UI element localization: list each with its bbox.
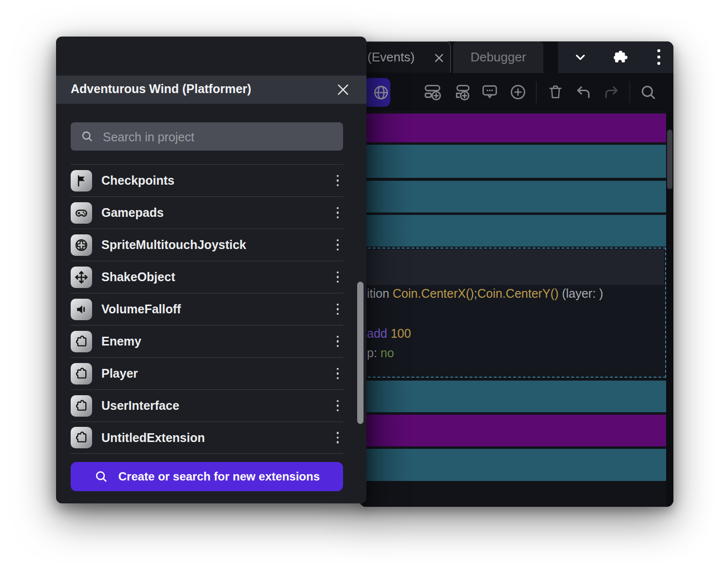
add-event-button[interactable] [423, 82, 442, 102]
project-search [71, 122, 343, 151]
search-input[interactable] [102, 122, 338, 152]
code-text: p: [367, 346, 381, 360]
screen: (Events) Debugger [0, 0, 728, 576]
puzzle-icon [71, 331, 92, 352]
search-icon [94, 469, 109, 484]
delete-button[interactable] [546, 82, 565, 102]
item-menu-button[interactable] [330, 428, 345, 447]
close-icon [336, 83, 350, 96]
redo-icon [602, 83, 621, 101]
tab-bar: (Events) Debugger [359, 41, 673, 73]
list-item-label: UntitledExtension [101, 431, 330, 445]
event-row[interactable] [363, 449, 666, 481]
extensions-list: Checkpoints Gamepads SpriteMultitouchJoy… [71, 164, 343, 454]
search-events-button[interactable] [638, 82, 658, 102]
event-row[interactable] [363, 381, 666, 412]
event-action-line[interactable]: add 100 [367, 326, 411, 341]
list-item-enemy[interactable]: Enemy [71, 325, 343, 357]
list-item-gamepads[interactable]: Gamepads [71, 196, 343, 229]
search-icon [80, 130, 94, 145]
item-menu-button[interactable] [330, 396, 345, 416]
add-subevent-button[interactable] [452, 82, 472, 102]
event-row[interactable] [363, 215, 666, 247]
list-item-label: Checkpoints [101, 173, 330, 188]
dialog-close-button[interactable] [334, 81, 352, 98]
tab-events-label: (Events) [367, 50, 415, 65]
puzzle-icon [611, 49, 628, 65]
close-icon [435, 54, 443, 62]
flag-icon [71, 170, 92, 192]
extensions-button[interactable] [609, 47, 630, 67]
item-menu-button[interactable] [330, 364, 345, 384]
window-menu-button[interactable] [648, 47, 670, 67]
add-subevent-icon [452, 82, 472, 102]
trash-icon [547, 83, 564, 101]
item-menu-button[interactable] [330, 235, 345, 255]
editor-window: (Events) Debugger [359, 41, 673, 507]
speaker-icon [71, 299, 92, 320]
globe-icon [372, 84, 390, 101]
project-title: Adventurous Wind (Platformer) [71, 82, 251, 96]
list-item-label: SpriteMultitouchJoystick [101, 238, 330, 252]
search-icon [639, 83, 657, 101]
plus-circle-icon [509, 83, 527, 101]
add-event-icon [423, 82, 442, 102]
code-number: 100 [391, 326, 411, 340]
event-action-line[interactable]: ition Coin.CenterX();Coin.CenterY() (lay… [367, 287, 603, 301]
events-scrollbar-thumb[interactable] [667, 130, 672, 189]
tab-debugger[interactable]: Debugger [453, 41, 543, 73]
event-row[interactable] [363, 181, 666, 212]
event-condition-area[interactable] [365, 250, 664, 285]
code-keyword: add [367, 326, 391, 340]
list-item-untitled-extension[interactable]: UntitledExtension [71, 422, 343, 454]
event-action-line[interactable]: p: no [367, 346, 394, 360]
list-item-sprite-multitouch-joystick[interactable]: SpriteMultitouchJoystick [71, 229, 343, 261]
collapse-tabs-button[interactable] [570, 47, 591, 67]
kebab-menu-icon [656, 48, 661, 66]
event-row[interactable] [363, 415, 666, 446]
dialog-header: Adventurous Wind (Platformer) [56, 76, 366, 104]
puzzle-icon [71, 363, 92, 384]
list-item-player[interactable]: Player [71, 357, 343, 389]
list-item-user-interface[interactable]: UserInterface [71, 389, 343, 422]
list-item-label: UserInterface [101, 399, 330, 413]
item-menu-button[interactable] [330, 171, 345, 191]
project-manager-dialog: Adventurous Wind (Platformer) Checkpoint… [56, 37, 366, 503]
add-comment-button[interactable] [480, 82, 499, 102]
code-value: no [381, 346, 394, 360]
puzzle-icon [71, 395, 92, 417]
list-item-label: ShakeObject [101, 270, 330, 284]
code-expression: Coin.CenterX() [393, 287, 474, 300]
comment-icon [480, 83, 499, 101]
toolbar-active-toggle[interactable] [364, 78, 390, 107]
toolbar-divider [536, 81, 536, 103]
tab-events[interactable]: (Events) [359, 41, 451, 73]
list-item-shake-object[interactable]: ShakeObject [71, 261, 343, 293]
event-row[interactable] [363, 145, 666, 178]
list-item-checkpoints[interactable]: Checkpoints [71, 164, 343, 196]
move-arrows-icon [71, 267, 92, 288]
create-extension-label: Create or search for new extensions [118, 470, 320, 483]
list-item-label: Gamepads [101, 206, 330, 220]
undo-button[interactable] [574, 82, 593, 102]
tab-debugger-label: Debugger [470, 50, 526, 65]
list-item-volume-falloff[interactable]: VolumeFalloff [71, 293, 343, 325]
item-menu-button[interactable] [330, 332, 345, 351]
code-expression: Coin.CenterY() [478, 287, 559, 300]
tab-close-button[interactable] [432, 51, 446, 65]
window-controls-block [558, 41, 673, 73]
selected-event[interactable]: ition Coin.CenterX();Coin.CenterY() (lay… [363, 248, 666, 378]
list-item-label: Player [101, 366, 330, 381]
code-text: ition [367, 287, 393, 300]
item-menu-button[interactable] [330, 203, 345, 223]
events-sheet: ition Coin.CenterX();Coin.CenterY() (lay… [363, 111, 666, 507]
list-item-label: VolumeFalloff [101, 302, 330, 316]
add-action-button[interactable] [508, 82, 528, 102]
joystick-icon [71, 234, 92, 256]
item-menu-button[interactable] [330, 300, 345, 319]
redo-button[interactable] [602, 82, 621, 102]
item-menu-button[interactable] [330, 268, 345, 287]
create-extension-button[interactable]: Create or search for new extensions [71, 462, 343, 491]
dialog-scrollbar-thumb[interactable] [357, 282, 364, 424]
event-row[interactable] [363, 114, 666, 142]
